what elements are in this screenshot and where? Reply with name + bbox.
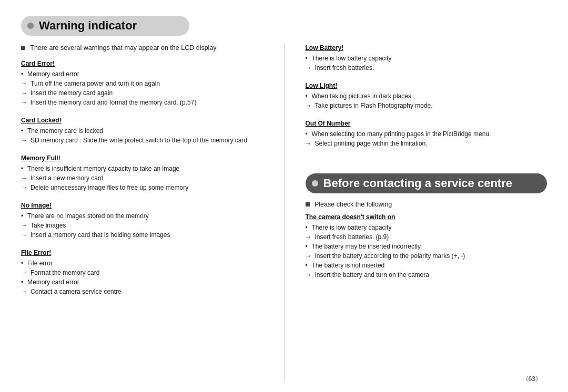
card-error-block: Card Error! Memory card error Turn off t… [21, 60, 263, 107]
list-item: Insert a new memory card [21, 173, 263, 183]
page-number: 《63》 [522, 375, 542, 384]
column-divider [284, 44, 285, 381]
list-item: Turn off the camera power and turn it on… [21, 79, 263, 88]
file-error-title: File Error! [21, 249, 263, 256]
list-item: Contact a camera service centre [21, 287, 263, 296]
low-light-list: When taking pictures in dark places Take… [306, 91, 547, 110]
page: Warning indicator There are several warn… [0, 0, 568, 392]
list-item: There is low battery capacity [306, 223, 547, 232]
list-item: Insert the battery according to the pola… [306, 251, 547, 261]
list-item: Delete unnecessary image files to free u… [21, 183, 263, 192]
low-battery-list: There is low battery capacity Insert fre… [306, 54, 547, 73]
card-locked-block: Card Locked! The memory card is locked S… [21, 117, 263, 145]
list-item: Take pictures in Flash Photography mode. [306, 101, 547, 110]
warning-indicator-title: Warning indicator [39, 19, 137, 33]
list-item: Insert the memory card and format the me… [21, 98, 263, 107]
right-column: Low Battery! There is low battery capaci… [300, 44, 547, 381]
list-item: Insert the battery and turn on the camer… [306, 270, 547, 280]
low-light-block: Low Light! When taking pictures in dark … [306, 82, 547, 110]
list-item: Insert fresh batteries. [306, 63, 547, 73]
list-item: There are no images stored on the memory [21, 211, 263, 221]
service-intro-text: Please check the following [306, 201, 547, 208]
list-item: The battery is not inserted [306, 261, 547, 270]
service-square-bullet-icon [306, 202, 310, 207]
service-section-title: Before contacting a service centre [323, 177, 512, 190]
camera-no-switch-block: The camera doesn't switch on There is lo… [306, 213, 547, 280]
no-image-block: No Image! There are no images stored on … [21, 202, 263, 240]
card-locked-list: The memory card is locked SD memory card… [21, 126, 263, 145]
square-bullet-icon [21, 46, 25, 50]
list-item: Take images [21, 221, 263, 230]
card-locked-title: Card Locked! [21, 117, 263, 124]
camera-no-switch-title: The camera doesn't switch on [306, 213, 547, 221]
list-item: The memory card is locked [21, 126, 263, 136]
intro-text: There are several warnings that may appe… [21, 44, 263, 51]
list-item: Memory card error [21, 277, 263, 287]
camera-no-switch-list: There is low battery capacity Insert fre… [306, 223, 547, 280]
out-of-number-list: When selecting too many printing pages i… [306, 129, 547, 148]
memory-full-block: Memory Full! There is insufficient memor… [21, 154, 263, 192]
header-dot [27, 23, 34, 29]
list-item: There is insufficient memory capacity to… [21, 164, 263, 173]
list-item: Insert fresh batteries. (p.9) [306, 232, 547, 242]
content-area: There are several warnings that may appe… [21, 44, 547, 381]
list-item: File error [21, 259, 263, 268]
out-of-number-title: Out Of Number [306, 120, 547, 127]
memory-full-list: There is insufficient memory capacity to… [21, 164, 263, 192]
list-item: Insert a memory card that is holding som… [21, 230, 263, 240]
no-image-list: There are no images stored on the memory… [21, 211, 263, 240]
left-column: There are several warnings that may appe… [21, 44, 268, 381]
card-error-title: Card Error! [21, 60, 263, 67]
file-error-list: File error Format the memory card Memory… [21, 259, 263, 296]
list-item: Memory card error [21, 69, 263, 79]
memory-full-title: Memory Full! [21, 154, 263, 162]
list-item: The battery may be inserted incorrectly. [306, 242, 547, 251]
low-battery-title: Low Battery! [306, 44, 547, 51]
low-light-title: Low Light! [306, 82, 547, 89]
service-header-dot [312, 180, 318, 187]
file-error-block: File Error! File error Format the memory… [21, 249, 263, 296]
card-error-list: Memory card error Turn off the camera po… [21, 69, 263, 107]
service-section-header: Before contacting a service centre [306, 173, 547, 193]
list-item: Format the memory card [21, 268, 263, 277]
low-battery-block: Low Battery! There is low battery capaci… [306, 44, 547, 73]
no-image-title: No Image! [21, 202, 263, 209]
spacer [306, 158, 547, 173]
list-item: When selecting too many printing pages i… [306, 129, 547, 139]
list-item: When taking pictures in dark places [306, 91, 547, 101]
list-item: Insert the memory card again [21, 88, 263, 98]
warning-indicator-header: Warning indicator [21, 16, 189, 36]
list-item: Select printing page within the limitati… [306, 139, 547, 148]
list-item: SD memory card : Slide the write protect… [21, 136, 263, 145]
out-of-number-block: Out Of Number When selecting too many pr… [306, 120, 547, 148]
list-item: There is low battery capacity [306, 54, 547, 63]
